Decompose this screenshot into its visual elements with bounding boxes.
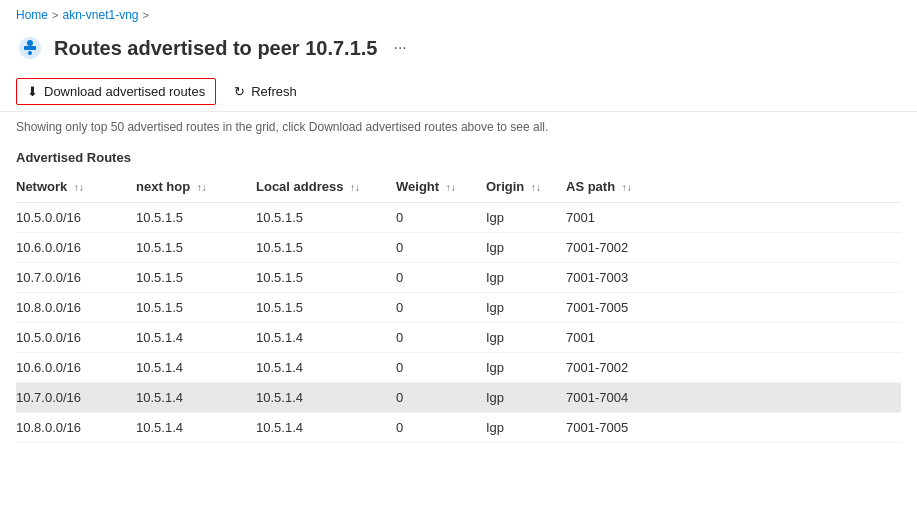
cell-aspath: 7001-7005 xyxy=(566,293,901,323)
svg-point-2 xyxy=(27,40,33,46)
cell-origin: Igp xyxy=(486,413,566,443)
sort-icon-weight: ↑↓ xyxy=(446,182,456,193)
col-header-localaddr[interactable]: Local address ↑↓ xyxy=(256,171,396,203)
cell-nexthop: 10.5.1.4 xyxy=(136,383,256,413)
cell-weight: 0 xyxy=(396,383,486,413)
cell-origin: Igp xyxy=(486,203,566,233)
info-text: Showing only top 50 advertised routes in… xyxy=(0,112,917,142)
cell-network: 10.7.0.0/16 xyxy=(16,263,136,293)
cell-origin: Igp xyxy=(486,263,566,293)
col-header-origin[interactable]: Origin ↑↓ xyxy=(486,171,566,203)
cell-weight: 0 xyxy=(396,353,486,383)
cell-localaddr: 10.5.1.5 xyxy=(256,293,396,323)
breadcrumb-sep1: > xyxy=(52,9,58,21)
cell-aspath: 7001-7005 xyxy=(566,413,901,443)
table-header-row: Network ↑↓ next hop ↑↓ Local address ↑↓ … xyxy=(16,171,901,203)
col-header-network[interactable]: Network ↑↓ xyxy=(16,171,136,203)
cell-origin: Igp xyxy=(486,233,566,263)
col-header-nexthop[interactable]: next hop ↑↓ xyxy=(136,171,256,203)
table-row[interactable]: 10.6.0.0/1610.5.1.410.5.1.40Igp7001-7002 xyxy=(16,353,901,383)
cell-aspath: 7001 xyxy=(566,323,901,353)
cell-localaddr: 10.5.1.4 xyxy=(256,353,396,383)
cell-localaddr: 10.5.1.5 xyxy=(256,263,396,293)
cell-origin: Igp xyxy=(486,293,566,323)
download-advertised-routes-button[interactable]: ⬇ Download advertised routes xyxy=(16,78,216,105)
sort-icon-aspath: ↑↓ xyxy=(622,182,632,193)
more-options-button[interactable]: ··· xyxy=(387,37,412,59)
cell-nexthop: 10.5.1.4 xyxy=(136,353,256,383)
routes-table: Network ↑↓ next hop ↑↓ Local address ↑↓ … xyxy=(16,171,901,443)
cell-nexthop: 10.5.1.4 xyxy=(136,323,256,353)
breadcrumb: Home > akn-vnet1-vng > xyxy=(0,0,917,30)
page-icon xyxy=(16,34,44,62)
cell-aspath: 7001-7003 xyxy=(566,263,901,293)
cell-aspath: 7001-7004 xyxy=(566,383,901,413)
cell-nexthop: 10.5.1.5 xyxy=(136,233,256,263)
cell-origin: Igp xyxy=(486,353,566,383)
download-icon: ⬇ xyxy=(27,84,38,99)
sort-icon-origin: ↑↓ xyxy=(531,182,541,193)
cell-network: 10.8.0.0/16 xyxy=(16,293,136,323)
cell-localaddr: 10.5.1.4 xyxy=(256,323,396,353)
cell-weight: 0 xyxy=(396,203,486,233)
cell-network: 10.5.0.0/16 xyxy=(16,323,136,353)
table-row[interactable]: 10.8.0.0/1610.5.1.510.5.1.50Igp7001-7005 xyxy=(16,293,901,323)
sort-icon-network: ↑↓ xyxy=(74,182,84,193)
breadcrumb-home[interactable]: Home xyxy=(16,8,48,22)
cell-weight: 0 xyxy=(396,413,486,443)
cell-localaddr: 10.5.1.4 xyxy=(256,413,396,443)
cell-origin: Igp xyxy=(486,383,566,413)
cell-weight: 0 xyxy=(396,323,486,353)
sort-icon-nexthop: ↑↓ xyxy=(197,182,207,193)
cell-weight: 0 xyxy=(396,263,486,293)
table-row[interactable]: 10.7.0.0/1610.5.1.410.5.1.40Igp7001-7004 xyxy=(16,383,901,413)
page-header: Routes advertised to peer 10.7.1.5 ··· xyxy=(0,30,917,72)
routes-table-body: 10.5.0.0/1610.5.1.510.5.1.50Igp700110.6.… xyxy=(16,203,901,443)
cell-weight: 0 xyxy=(396,233,486,263)
cell-aspath: 7001-7002 xyxy=(566,233,901,263)
sort-icon-localaddr: ↑↓ xyxy=(350,182,360,193)
cell-weight: 0 xyxy=(396,293,486,323)
download-button-label: Download advertised routes xyxy=(44,84,205,99)
toolbar: ⬇ Download advertised routes ↻ Refresh xyxy=(0,72,917,112)
cell-localaddr: 10.5.1.5 xyxy=(256,233,396,263)
cell-nexthop: 10.5.1.5 xyxy=(136,203,256,233)
cell-nexthop: 10.5.1.5 xyxy=(136,263,256,293)
refresh-icon: ↻ xyxy=(234,84,245,99)
cell-network: 10.7.0.0/16 xyxy=(16,383,136,413)
cell-aspath: 7001 xyxy=(566,203,901,233)
page-title: Routes advertised to peer 10.7.1.5 xyxy=(54,37,377,60)
breadcrumb-sep2: > xyxy=(143,9,149,21)
vng-icon xyxy=(17,35,43,61)
cell-network: 10.6.0.0/16 xyxy=(16,233,136,263)
cell-network: 10.5.0.0/16 xyxy=(16,203,136,233)
cell-aspath: 7001-7002 xyxy=(566,353,901,383)
section-title: Advertised Routes xyxy=(0,142,917,171)
routes-table-container: Network ↑↓ next hop ↑↓ Local address ↑↓ … xyxy=(0,171,917,443)
svg-rect-1 xyxy=(24,46,36,50)
breadcrumb-parent[interactable]: akn-vnet1-vng xyxy=(62,8,138,22)
cell-nexthop: 10.5.1.4 xyxy=(136,413,256,443)
cell-localaddr: 10.5.1.5 xyxy=(256,203,396,233)
cell-network: 10.8.0.0/16 xyxy=(16,413,136,443)
cell-network: 10.6.0.0/16 xyxy=(16,353,136,383)
col-header-weight[interactable]: Weight ↑↓ xyxy=(396,171,486,203)
cell-nexthop: 10.5.1.5 xyxy=(136,293,256,323)
table-row[interactable]: 10.6.0.0/1610.5.1.510.5.1.50Igp7001-7002 xyxy=(16,233,901,263)
table-row[interactable]: 10.7.0.0/1610.5.1.510.5.1.50Igp7001-7003 xyxy=(16,263,901,293)
cell-localaddr: 10.5.1.4 xyxy=(256,383,396,413)
refresh-button-label: Refresh xyxy=(251,84,297,99)
table-row[interactable]: 10.8.0.0/1610.5.1.410.5.1.40Igp7001-7005 xyxy=(16,413,901,443)
table-row[interactable]: 10.5.0.0/1610.5.1.510.5.1.50Igp7001 xyxy=(16,203,901,233)
table-row[interactable]: 10.5.0.0/1610.5.1.410.5.1.40Igp7001 xyxy=(16,323,901,353)
refresh-button[interactable]: ↻ Refresh xyxy=(224,79,307,104)
cell-origin: Igp xyxy=(486,323,566,353)
svg-point-3 xyxy=(28,51,32,55)
col-header-aspath[interactable]: AS path ↑↓ xyxy=(566,171,901,203)
